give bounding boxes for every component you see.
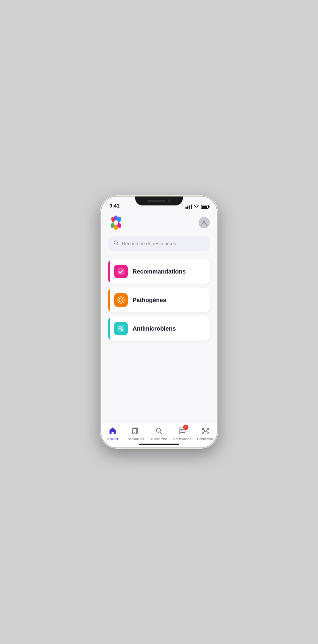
nav-item-recherche[interactable]: Recherche — [150, 426, 168, 441]
accent-recommandations — [108, 259, 110, 284]
app-header — [108, 211, 210, 236]
icon-box-recommandations — [114, 265, 128, 278]
profile-avatar[interactable] — [199, 217, 210, 228]
speaker — [147, 200, 165, 202]
svg-line-40 — [204, 431, 205, 432]
bookmark-icon — [132, 427, 140, 435]
svg-line-38 — [204, 429, 205, 430]
label-antimicrobiens: Antimicrobiens — [133, 325, 176, 332]
label-recommandations: Recommandations — [133, 268, 186, 275]
search-icon — [114, 240, 119, 247]
nav-item-bookmarks[interactable]: Bookmarks — [127, 426, 145, 441]
nav-label-connection: Connection — [197, 437, 214, 441]
nav-label-notifications: Notifications — [173, 437, 191, 441]
home-indicator — [139, 444, 179, 445]
svg-line-17 — [119, 298, 120, 299]
search-bar[interactable]: Recherche de ressources — [108, 236, 210, 251]
accent-antimicrobiens — [108, 316, 110, 341]
svg-point-24 — [124, 300, 125, 301]
nav-icon-wrap-accueil — [108, 426, 118, 436]
label-pathogenes: Pathogènes — [133, 297, 166, 304]
nav-label-recherche: Recherche — [151, 437, 167, 441]
nav-icon-wrap-connection — [200, 426, 210, 436]
app-logo — [108, 215, 124, 230]
menu-list: Recommandations — [108, 259, 210, 341]
connection-icon — [201, 427, 210, 435]
battery-icon — [201, 205, 209, 209]
svg-point-6 — [114, 220, 118, 225]
svg-point-27 — [123, 297, 124, 298]
svg-point-22 — [121, 303, 122, 304]
icon-box-antimicrobiens — [114, 322, 128, 335]
nav-item-connection[interactable]: Connection — [196, 426, 214, 441]
svg-line-41 — [206, 431, 207, 432]
svg-point-34 — [202, 428, 204, 430]
nav-icon-wrap-notifications: 1 — [177, 426, 187, 436]
nav-icon-wrap-recherche — [154, 426, 164, 436]
phone-screen: 9:41 — [101, 197, 217, 447]
svg-point-25 — [118, 297, 119, 298]
svg-line-18 — [122, 301, 124, 303]
search-placeholder: Recherche de ressources — [122, 241, 176, 246]
nav-item-accueil[interactable]: Accueil — [104, 426, 122, 441]
phone-frame: 9:41 — [101, 197, 217, 447]
svg-point-21 — [121, 296, 122, 297]
svg-point-12 — [120, 299, 122, 301]
svg-line-20 — [119, 301, 120, 303]
icon-box-pathogenes — [114, 293, 128, 307]
menu-item-pathogenes[interactable]: Pathogènes — [108, 288, 210, 312]
camera — [168, 200, 171, 202]
wifi-icon — [194, 204, 199, 209]
notifications-badge: 1 — [183, 425, 188, 430]
main-content: Recherche de ressources Recommandations — [101, 211, 217, 423]
signal-icon — [185, 205, 192, 209]
svg-line-19 — [122, 298, 124, 299]
status-icons — [185, 204, 209, 209]
svg-point-35 — [207, 428, 209, 430]
nav-label-bookmarks: Bookmarks — [127, 437, 144, 441]
menu-item-recommandations[interactable]: Recommandations — [108, 259, 210, 284]
nav-icon-wrap-bookmarks — [131, 426, 141, 436]
svg-point-23 — [117, 300, 118, 301]
svg-point-7 — [203, 221, 205, 223]
svg-point-28 — [118, 302, 119, 303]
search-nav-icon — [155, 427, 163, 435]
svg-line-39 — [206, 429, 207, 430]
nav-label-accueil: Accueil — [107, 437, 118, 441]
svg-point-26 — [123, 302, 124, 303]
svg-point-36 — [202, 432, 204, 433]
svg-point-37 — [207, 432, 209, 433]
accent-pathogenes — [108, 288, 110, 312]
menu-item-antimicrobiens[interactable]: Antimicrobiens — [108, 316, 210, 341]
home-icon — [108, 427, 117, 435]
notch — [135, 197, 183, 205]
status-time: 9:41 — [109, 203, 119, 209]
nav-item-notifications[interactable]: 1 Notifications — [173, 426, 191, 441]
